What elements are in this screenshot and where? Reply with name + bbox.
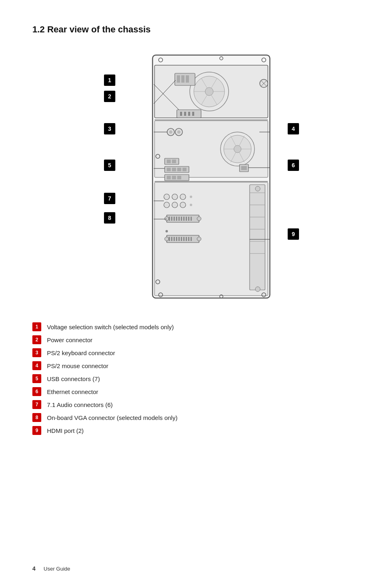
svg-point-48 [164,202,170,208]
callout-1: 1 [104,75,115,86]
svg-point-79 [197,237,201,241]
svg-rect-33 [172,160,176,163]
legend-text-3: PS/2 keyboard connector [47,349,115,356]
svg-rect-32 [167,160,171,163]
svg-rect-42 [177,176,181,179]
svg-rect-98 [181,75,185,83]
svg-rect-71 [176,237,177,241]
legend-item-2: 2Power connector [32,335,354,344]
svg-rect-95 [241,166,247,170]
svg-rect-70 [174,237,175,241]
callout-7: 7 [104,193,115,204]
legend-text-9: HDMI port (2) [47,427,84,434]
footer-page-number: 4 [32,565,36,572]
svg-rect-57 [176,217,177,221]
svg-rect-72 [178,237,180,241]
callout-box-7: 7 [104,193,115,204]
svg-rect-55 [171,217,172,221]
svg-rect-73 [181,237,182,241]
legend-item-3: 3PS/2 keyboard connector [32,348,354,357]
svg-point-64 [165,217,169,221]
callout-3: 3 [104,123,115,134]
legend-text-5: USB connectors (7) [47,375,100,382]
svg-rect-63 [191,217,192,221]
svg-point-26 [234,145,241,153]
footer-guide-label: User Guide [44,566,70,572]
svg-rect-38 [182,168,187,171]
callout-box-8: 8 [104,212,115,224]
legend-badge-5: 5 [32,374,41,383]
legend-text-7: 7.1 Audio connectors (6) [47,401,113,408]
svg-point-88 [255,287,260,292]
legend-text-6: Ethernet connector [47,388,98,395]
svg-point-51 [190,196,192,198]
legend-badge-4: 4 [32,361,41,370]
svg-rect-60 [183,217,185,221]
callout-6: 6 [288,160,299,171]
svg-point-45 [164,194,170,200]
svg-rect-36 [172,168,176,171]
svg-rect-75 [186,237,187,241]
svg-rect-41 [172,176,176,179]
svg-rect-58 [178,217,180,221]
legend-item-4: 4PS/2 mouse connector [32,361,354,370]
svg-point-49 [172,202,178,208]
legend-text-8: On-board VGA connector (selected models … [47,414,178,421]
svg-rect-59 [181,217,182,221]
svg-rect-61 [186,217,187,221]
legend-text-1: Voltage selection switch (selected model… [47,324,174,330]
svg-rect-14 [188,112,190,116]
legend-text-4: PS/2 mouse connector [47,362,108,369]
page: 1.2 Rear view of the chassis [0,0,386,588]
callout-9: 9 [288,228,299,240]
legend-item-9: 9HDMI port (2) [32,426,354,435]
svg-point-47 [180,194,186,200]
svg-rect-13 [184,112,186,116]
svg-point-52 [190,204,192,206]
callout-box-3: 3 [104,123,115,134]
legend-badge-2: 2 [32,335,41,344]
svg-rect-97 [177,75,180,83]
svg-rect-99 [186,75,189,83]
svg-rect-77 [191,237,192,241]
callout-box-2: 2 [104,91,115,102]
legend-badge-7: 7 [32,400,41,409]
callout-5: 5 [104,160,115,171]
svg-rect-56 [174,217,175,221]
svg-rect-62 [188,217,189,221]
svg-point-65 [197,217,201,221]
callout-box-9: 9 [288,228,299,240]
callout-4: 4 [288,123,299,134]
svg-point-66 [165,230,168,232]
section-title: 1.2 Rear view of the chassis [32,24,354,35]
callout-8: 8 [104,212,115,224]
legend-badge-6: 6 [32,387,41,396]
legend-item-8: 8On-board VGA connector (selected models… [32,413,354,422]
callout-box-1: 1 [104,75,115,86]
svg-rect-74 [183,237,185,241]
legend-badge-8: 8 [32,413,41,422]
svg-point-30 [177,130,180,134]
svg-point-78 [165,237,169,241]
svg-point-10 [205,87,213,96]
footer: 4 User Guide [32,565,70,572]
legend-badge-9: 9 [32,426,41,435]
legend-text-2: Power connector [47,337,93,343]
svg-rect-35 [167,168,171,171]
legend-badge-1: 1 [32,322,41,331]
legend-item-7: 77.1 Audio connectors (6) [32,400,354,409]
svg-rect-76 [188,237,189,241]
chassis-diagram [80,47,306,306]
callout-box-5: 5 [104,160,115,171]
svg-rect-12 [180,112,182,116]
svg-rect-80 [250,185,265,290]
svg-point-28 [169,130,172,134]
callout-box-4: 4 [288,123,299,134]
legend-badge-3: 3 [32,348,41,357]
legend-item-5: 5USB connectors (7) [32,374,354,383]
svg-rect-37 [177,168,181,171]
legend-item-6: 6Ethernet connector [32,387,354,396]
legend-item-1: 1Voltage selection switch (selected mode… [32,322,354,331]
svg-rect-40 [167,176,171,179]
svg-rect-69 [171,237,172,241]
